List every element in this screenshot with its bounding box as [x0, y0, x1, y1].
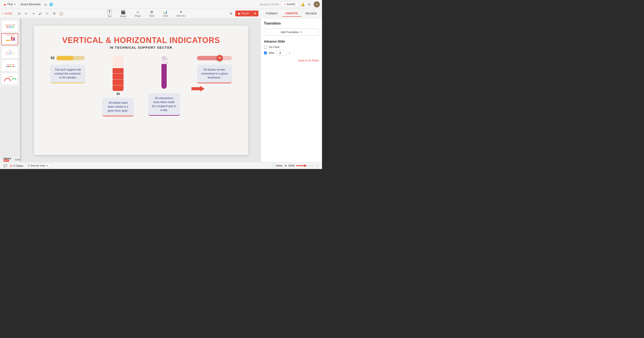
- info-box-4: 50 tickets remain unresolved in a given …: [197, 65, 232, 84]
- notes-icon: 📄: [272, 164, 275, 167]
- play-icon: ▶: [238, 12, 240, 15]
- slide-preview-1: CIRCULAR INDICATORS: [2, 21, 18, 32]
- slide-thumb-2[interactable]: 2 VERTICAL & HORIZONTAL: [1, 33, 18, 45]
- settings-icon[interactable]: ⚙: [228, 11, 234, 17]
- new-badge: New: [4, 159, 9, 162]
- vert-bar-segments: [112, 56, 124, 91]
- media-tool-button[interactable]: 🎬 Media: [116, 9, 130, 19]
- globe-icon[interactable]: 🌐: [49, 2, 54, 7]
- avatar[interactable]: A: [314, 1, 320, 8]
- apply-to-all-button[interactable]: Apply to All Slides: [298, 59, 319, 62]
- library-tab[interactable]: Library New: [1, 157, 13, 163]
- table-tool-button[interactable]: ⊞ Table: [145, 9, 158, 18]
- chat-icon[interactable]: 💬: [3, 163, 8, 168]
- share-button[interactable]: ⎋ SHARE: [281, 2, 298, 7]
- slide-thumb-4[interactable]: 4 PEOPLE METRICS: [1, 60, 18, 72]
- file-menu-button[interactable]: ▶ FILE ▼: [2, 2, 18, 7]
- saved-status: Saved at 3:16 PM: [260, 3, 279, 6]
- scissors-icon[interactable]: ✂: [44, 11, 50, 17]
- info-text-2: 30 tickets have been raised in a given t…: [108, 101, 128, 112]
- slide-canvas[interactable]: VERTICAL & HORIZONTAL INDICATORS IN TECH…: [34, 26, 248, 155]
- add-transition-label: Add Transition: [280, 31, 299, 34]
- t2-title: VERTICAL & HORIZONTAL: [6, 35, 15, 36]
- mail-icon[interactable]: ✉: [307, 2, 312, 7]
- tab-review[interactable]: REVIEW: [302, 11, 320, 17]
- zoom-thumb: [304, 165, 306, 167]
- tab-format[interactable]: FORMAT: [263, 11, 281, 17]
- add-transition-button[interactable]: Add Transition ▼: [264, 29, 319, 36]
- after-input[interactable]: [276, 51, 287, 56]
- tab-animate[interactable]: ANIMATE: [282, 10, 301, 17]
- svg-marker-0: [192, 86, 204, 91]
- shape-tool-button[interactable]: ◇ Shape: [130, 9, 145, 18]
- main-area: 1 CIRCULAR INDICATORS 2: [0, 19, 322, 162]
- slide-thumb-5[interactable]: 5 ARC METERS: [1, 73, 18, 85]
- slide-preview-3: CLOCKS: [2, 47, 18, 58]
- vert-bar-container: [112, 56, 124, 91]
- bottombar-right: 📄 Notes ⊞ 100% ⛶: [272, 164, 319, 168]
- share-label: SHARE: [286, 3, 296, 6]
- on-click-label: On Click: [269, 45, 280, 49]
- play-dropdown-button[interactable]: ▼: [252, 11, 258, 17]
- slide-title: VERTICAL & HORIZONTAL INDICATORS: [34, 36, 248, 45]
- expand-icon[interactable]: ⛶: [315, 164, 319, 168]
- slide-thumb-3[interactable]: 3 CLOCKS: [1, 47, 18, 58]
- add-slide-button[interactable]: + SLIDE: [2, 12, 12, 15]
- notifications-icon[interactable]: 🔔: [300, 2, 305, 7]
- info-box-1: The tech support will contact the custom…: [50, 65, 85, 84]
- text-tool-button[interactable]: T Text: [103, 9, 116, 19]
- info-text-4: 50 tickets remain unresolved in a given …: [201, 68, 228, 79]
- t1-title: CIRCULAR INDICATORS: [5, 24, 16, 26]
- redo-icon[interactable]: ↪: [30, 11, 36, 17]
- total-slides-label: / 5 Slides: [12, 164, 23, 167]
- copy-icon[interactable]: ⧉: [51, 11, 58, 17]
- info-text-3: 45 interactions have been made by a supp…: [152, 96, 176, 112]
- file-icon: ▶: [4, 3, 6, 6]
- indicator-vertical: 30 30 tickets have been raised in a give…: [100, 56, 136, 117]
- seconds-unit: s: [289, 52, 290, 54]
- red-arrow-indicator: [192, 85, 204, 94]
- toolbar-divider-1: [14, 11, 14, 16]
- slide-preview-2: VERTICAL & HORIZONTAL: [2, 34, 18, 45]
- plus-icon: +: [2, 12, 4, 15]
- zoom-control: ⊞ 100% ⛶: [285, 164, 319, 168]
- horiz-value: 50: [50, 56, 54, 60]
- info-box-2: 30 tickets have been raised in a given t…: [102, 98, 134, 117]
- slide-thumb-1[interactable]: 1 CIRCULAR INDICATORS: [1, 20, 18, 32]
- slide-preview-5: ARC METERS: [2, 73, 18, 84]
- slide-sidebar: 1 CIRCULAR INDICATORS 2: [0, 19, 20, 162]
- chart-tool-button[interactable]: 📊 Chart: [159, 9, 172, 18]
- paste-icon[interactable]: 📋: [58, 11, 64, 17]
- view-dropdown-icon: ▼: [46, 165, 48, 167]
- slide-preview-4: PEOPLE METRICS: [2, 60, 18, 71]
- chart-tool-icon: 📊: [163, 10, 168, 14]
- t5-title: ARC METERS: [8, 76, 13, 77]
- slider-fill: [197, 56, 220, 60]
- paint-icon[interactable]: 🖌: [37, 11, 43, 17]
- notes-button[interactable]: 📄 Notes: [272, 164, 282, 167]
- thermo-tube: [162, 56, 167, 89]
- media-tool-icon: 🎬: [121, 10, 126, 15]
- advance-slide-title: Advance Slide: [264, 40, 319, 43]
- after-label: After: [268, 51, 274, 55]
- app-title: Smart Elements: [20, 3, 40, 6]
- file-label: FILE: [8, 3, 13, 6]
- zoom-track[interactable]: [296, 165, 314, 166]
- on-click-checkbox[interactable]: [264, 46, 267, 49]
- addons-tool-button[interactable]: ✦ Add-Ons: [172, 9, 189, 18]
- normal-view-button[interactable]: ⊡ Normal View ▼: [26, 164, 50, 168]
- layout-icon[interactable]: ⊡: [16, 11, 22, 17]
- folder-icon[interactable]: 🗂: [43, 2, 48, 7]
- notes-label: Notes: [276, 164, 282, 167]
- after-checkbox[interactable]: [264, 52, 267, 54]
- thermo-bulb-top: [162, 56, 166, 60]
- grid-icon: ⊞: [285, 164, 287, 167]
- indicator-slider: 50 50 tickets remain unresolved in a giv…: [192, 56, 236, 84]
- toolbar: + SLIDE ⊡ ↩ ↪ 🖌 ✂ ⧉ 📋 T Text 🎬 Media ◇ S…: [0, 9, 322, 19]
- t3-title: CLOCKS: [8, 50, 12, 51]
- t1-circles: [6, 26, 14, 28]
- addons-tool-label: Add-Ons: [176, 15, 185, 17]
- undo-icon[interactable]: ↩: [23, 11, 29, 17]
- play-button[interactable]: ▶ PLAY: [235, 11, 252, 17]
- shape-tool-label: Shape: [134, 15, 141, 17]
